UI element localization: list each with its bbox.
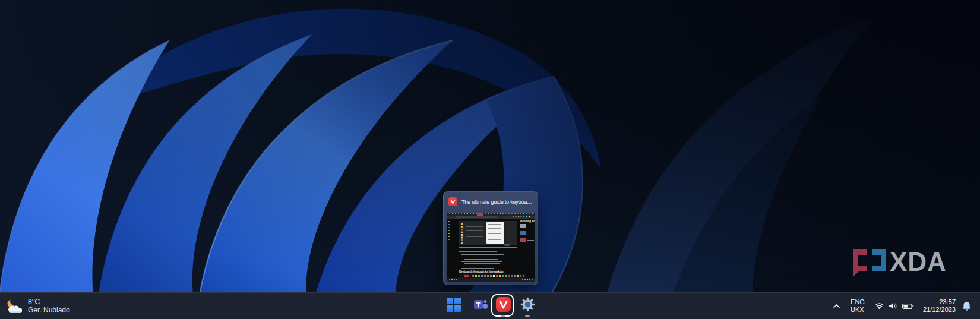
- mini-bullet-line: [461, 266, 498, 266]
- keyboard-layout: UKX: [851, 306, 865, 314]
- settings-gear-icon: [520, 297, 535, 312]
- trending-card-text: [527, 239, 534, 242]
- wifi-icon: [875, 302, 884, 309]
- preview-title-row: The ultimate guide to keyboard...: [444, 192, 538, 211]
- mini-url-field: [456, 216, 497, 218]
- chevron-up-icon: [833, 304, 840, 309]
- mini-status-icons-right: [522, 279, 523, 280]
- mini-status-icons-left: [449, 279, 450, 280]
- taskbar: 8°C Ger. Nublado: [0, 292, 980, 319]
- teams-icon: [473, 297, 488, 312]
- mini-paragraph-line: [459, 247, 517, 248]
- system-tray: ENG UKX: [833, 293, 980, 319]
- network-volume-battery-button[interactable]: [875, 302, 914, 309]
- trending-now-heading: Trending Now: [520, 220, 535, 223]
- mini-folder-icons: [461, 223, 463, 225]
- preview-title: The ultimate guide to keyboard...: [461, 199, 533, 205]
- article-section-heading: Keyboard shortcuts for the taskbar: [459, 270, 504, 273]
- mini-extension-icons: [513, 216, 514, 217]
- notification-bell-icon: [962, 301, 972, 311]
- weather-condition: Ger. Nublado: [28, 306, 70, 314]
- taskbar-item-vivaldi[interactable]: [491, 293, 515, 319]
- taskbar-item-teams[interactable]: [469, 293, 492, 319]
- mini-file-list: [466, 225, 483, 241]
- mini-bullet-line: [461, 257, 500, 257]
- trending-card-thumb: [520, 231, 526, 235]
- mini-paragraph-line: [459, 251, 497, 251]
- moon-cloud-icon: [5, 298, 24, 314]
- desktop: XDA The ultimate guide to keyboard... XD…: [0, 0, 980, 319]
- weather-temperature: 8°C: [28, 298, 70, 306]
- mini-taskbar-screenshot-highlight: [464, 275, 469, 277]
- tray-time: 23:57: [923, 298, 956, 307]
- taskbar-item-settings[interactable]: [516, 293, 539, 319]
- vivaldi-icon: [496, 297, 511, 312]
- trending-card-text: [527, 225, 534, 228]
- battery-icon: [902, 303, 914, 309]
- mini-tab-favicons: [449, 213, 450, 214]
- windows-start-icon: [447, 297, 461, 312]
- mini-sidebar-icons: [448, 221, 450, 222]
- taskbar-preview-flyout[interactable]: The ultimate guide to keyboard... XDA Tr…: [443, 191, 538, 285]
- language-indicator[interactable]: ENG UKX: [851, 298, 865, 314]
- window-preview-thumbnail[interactable]: XDA Trending Now Keyboard shortcuts for …: [447, 213, 535, 282]
- mini-context-menu-items: [488, 224, 501, 242]
- trending-card-thumb: [520, 224, 526, 228]
- tray-date: 21/12/2023: [923, 306, 956, 314]
- xda-watermark: XDA: [853, 249, 949, 277]
- running-indicator: [501, 315, 505, 317]
- hidden-icons-button[interactable]: [833, 304, 840, 309]
- mini-bullet-line: [461, 254, 504, 255]
- vivaldi-icon: [448, 197, 457, 206]
- clock[interactable]: 23:57 21/12/2023: [923, 298, 956, 314]
- mini-bullet-line: [461, 261, 502, 261]
- running-indicator: [525, 315, 530, 317]
- weather-widget[interactable]: 8°C Ger. Nublado: [0, 293, 77, 319]
- xda-inline-logo: XDA: [504, 243, 511, 247]
- notification-center-button[interactable]: [962, 301, 972, 311]
- language-code: ENG: [851, 298, 865, 306]
- trending-card-text: [527, 232, 534, 235]
- xda-left-bracket: [853, 249, 867, 277]
- mini-bullet-line: [464, 259, 498, 260]
- trending-card-thumb: [520, 238, 526, 242]
- volume-icon: [889, 302, 897, 309]
- start-button[interactable]: [442, 293, 466, 319]
- xda-right-bracket: [872, 249, 886, 271]
- xda-watermark-text: XDA: [890, 249, 947, 276]
- mini-bullet-line: [461, 268, 494, 269]
- weather-text: 8°C Ger. Nublado: [28, 298, 70, 314]
- mini-taskbar-screenshot-icons: [472, 275, 474, 277]
